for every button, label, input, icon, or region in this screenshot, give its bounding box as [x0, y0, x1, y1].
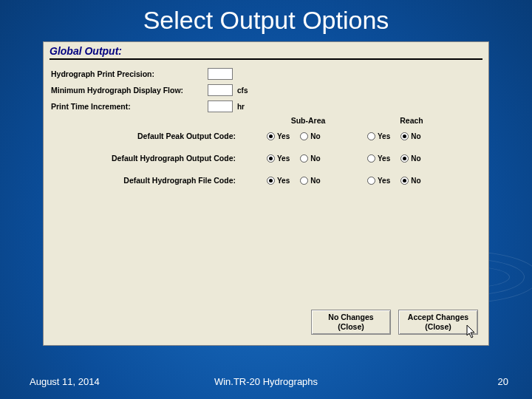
global-output-dialog: Global Output: Hydrograph Print Precisio…	[43, 41, 489, 346]
radio-icon	[367, 154, 375, 163]
reach-hydro-file-yes[interactable]: Yes	[367, 177, 390, 185]
label-time-inc: Print Time Increment:	[51, 102, 208, 111]
header-reach: Reach	[360, 116, 463, 125]
subarea-peak-no[interactable]: No	[300, 132, 320, 140]
reach-hydro-file-group: Yes No	[360, 177, 463, 185]
radio-icon	[367, 177, 375, 185]
radio-icon	[367, 132, 375, 140]
section-title: Global Output:	[44, 42, 488, 58]
unit-time-inc: hr	[233, 103, 262, 111]
subarea-hydro-out-group: Yes No	[256, 154, 360, 163]
dialog-button-bar: No Changes (Close) Accept Changes (Close…	[311, 310, 478, 335]
reach-hydro-file-no[interactable]: No	[400, 177, 420, 185]
reach-hydro-out-yes[interactable]: Yes	[367, 154, 390, 163]
label-hydrograph-file-code: Default Hydrograph File Code:	[51, 176, 256, 185]
radio-icon	[267, 154, 275, 163]
radio-icon	[400, 177, 409, 185]
reach-peak-no[interactable]: No	[400, 132, 420, 140]
footer-page-number: 20	[498, 376, 508, 387]
row-time-inc: Print Time Increment: hr	[51, 98, 481, 115]
slide-root: Select Output Options Global Output: Hyd…	[0, 0, 532, 399]
row-peak-output-code: Default Peak Output Code: Yes No Yes No	[51, 125, 481, 147]
radio-icon	[267, 132, 275, 140]
row-hydrograph-file-code: Default Hydrograph File Code: Yes No Yes…	[51, 169, 481, 191]
subarea-hydro-file-group: Yes No	[256, 177, 360, 185]
page-title: Select Output Options	[0, 6, 532, 35]
reach-peak-group: Yes No	[360, 132, 463, 140]
reach-hydro-out-no[interactable]: No	[400, 154, 420, 163]
row-min-flow: Minimum Hydrograph Display Flow: cfs	[51, 82, 481, 98]
header-sub-area: Sub-Area	[256, 116, 360, 125]
subarea-hydro-out-no[interactable]: No	[300, 154, 320, 163]
input-precision[interactable]	[208, 68, 233, 80]
section-divider	[50, 58, 482, 60]
form-area: Hydrograph Print Precision: Minimum Hydr…	[44, 66, 488, 191]
radio-icon	[400, 154, 409, 163]
row-precision: Hydrograph Print Precision:	[51, 66, 481, 82]
subarea-peak-yes[interactable]: Yes	[267, 132, 290, 140]
reach-peak-yes[interactable]: Yes	[367, 132, 390, 140]
subarea-hydro-file-yes[interactable]: Yes	[267, 177, 290, 185]
radio-icon	[300, 132, 308, 140]
accept-changes-button[interactable]: Accept Changes (Close)	[398, 310, 478, 335]
input-time-inc[interactable]	[208, 100, 233, 112]
input-min-flow[interactable]	[208, 84, 233, 96]
subarea-peak-group: Yes No	[256, 132, 360, 140]
no-changes-button[interactable]: No Changes (Close)	[311, 310, 391, 335]
radio-icon	[300, 177, 308, 185]
column-headers: Sub-Area Reach	[51, 115, 481, 125]
reach-hydro-out-group: Yes No	[360, 154, 463, 163]
label-precision: Hydrograph Print Precision:	[51, 69, 208, 78]
radio-icon	[300, 154, 308, 163]
unit-min-flow: cfs	[233, 86, 262, 95]
label-peak-output-code: Default Peak Output Code:	[51, 132, 256, 140]
subarea-hydro-out-yes[interactable]: Yes	[267, 154, 290, 163]
footer-title: Win.TR-20 Hydrographs	[0, 376, 532, 387]
label-min-flow: Minimum Hydrograph Display Flow:	[51, 86, 208, 95]
row-hydrograph-output-code: Default Hydrograph Output Code: Yes No Y…	[51, 147, 481, 169]
subarea-hydro-file-no[interactable]: No	[300, 177, 320, 185]
radio-icon	[267, 177, 275, 185]
radio-icon	[400, 132, 409, 140]
label-hydrograph-output-code: Default Hydrograph Output Code:	[51, 154, 256, 163]
